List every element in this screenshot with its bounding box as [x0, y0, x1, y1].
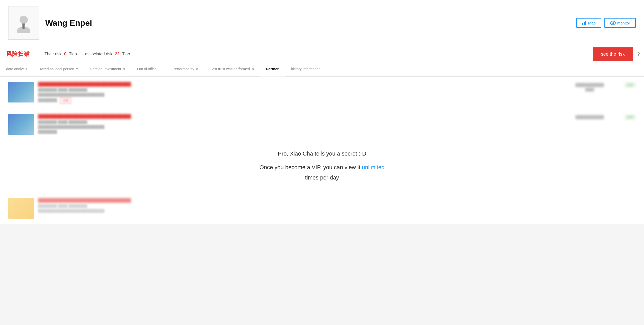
list-right-cols: ████████████ ████ 正常 [575, 82, 636, 91]
list-meta-2: ████████████████████████████ [38, 93, 571, 97]
tab-performed-by[interactable]: Performed by 0 [166, 62, 204, 76]
tab-foreign-investment[interactable]: Foreign Investment 9 [84, 62, 131, 76]
list-thumbnail [8, 198, 34, 219]
risk-info: Their risk 0 Tiao associated risk 22 Tia… [36, 48, 593, 61]
list-meta-1: ████████ ████ ████████ [38, 204, 636, 208]
list-meta-3: ████████ [38, 130, 57, 134]
tab-out-of-office[interactable]: Out of office 8 [131, 62, 166, 76]
vip-overlay: Pro, Xiao Cha tells you a secret :-D Onc… [0, 135, 644, 193]
map-button[interactable]: Map [576, 18, 601, 28]
person-name: Wang Enpei [45, 18, 92, 28]
svg-rect-4 [23, 25, 24, 29]
svg-rect-5 [582, 23, 583, 25]
list-content: ██████████████████████████████████ █████… [38, 82, 571, 104]
tabs-section: data analysis Acted as legal person 2 Fo… [0, 62, 644, 77]
risk-logo: 风险扫猫 [0, 46, 36, 62]
status-badge: 正常 [624, 82, 636, 88]
monitor-button[interactable]: monitor [604, 18, 636, 28]
bar-chart-icon [582, 21, 587, 25]
list-col-1: ████████████ ████ [575, 83, 604, 91]
list-col-2: 正常 [624, 83, 636, 87]
list-title: ██████████████████████████████████ [38, 82, 571, 86]
vip-secret-text: Pro, Xiao Cha tells you a secret :-D [5, 150, 639, 157]
profile-section: Wang Enpei Map monitor [0, 0, 644, 46]
logo-text: 风险扫猫 [6, 50, 30, 58]
status-badge: 正常 [624, 115, 636, 120]
svg-rect-7 [585, 21, 586, 25]
list-col-1: ████████████ [575, 115, 604, 119]
list-thumbnail [8, 82, 34, 102]
tab-data-analysis[interactable]: data analysis [0, 62, 33, 76]
list-content: ██████████████████████████████████ █████… [38, 114, 571, 135]
list-item: ██████████████████████████████████ █████… [0, 77, 644, 109]
list-content: ██████████████████████████████████ █████… [38, 198, 636, 214]
tab-lost-trust[interactable]: Lost trust was performed 0 [204, 62, 260, 76]
vip-cta-text: Once you become a VIP, you can view it u… [5, 162, 639, 183]
list-meta-2: ████████████████████████████ [38, 209, 636, 213]
tab-history-information[interactable]: history information [285, 62, 326, 76]
list-col-2: 正常 [624, 115, 636, 119]
see-risk-button[interactable]: see the risk [593, 47, 633, 61]
profile-actions: Map monitor [576, 18, 636, 28]
associated-risk-text: associated risk 22 Tiao [85, 52, 130, 56]
list-thumbnail [8, 114, 34, 135]
list-title: ██████████████████████████████████ [38, 198, 636, 202]
list-meta-3: ████████ [38, 98, 57, 102]
svg-rect-6 [584, 22, 585, 25]
list-meta-1: ████████ ████ ████████ [38, 120, 571, 124]
eye-icon [610, 21, 616, 25]
svg-point-0 [20, 16, 28, 24]
tab-acted-legal-person[interactable]: Acted as legal person 2 [33, 62, 84, 76]
tab-partner[interactable]: Partner [260, 62, 285, 76]
vip-unlimited-link[interactable]: unlimited [362, 164, 384, 170]
avatar [8, 6, 39, 40]
list-meta-1: ████████ ████ ████████ [38, 88, 571, 92]
content-area: ██████████████████████████████████ █████… [0, 77, 644, 224]
help-icon[interactable]: ? [633, 51, 644, 57]
profile-left: Wang Enpei [8, 6, 92, 40]
list-tag: 注销 [60, 98, 71, 104]
list-meta-2: ████████████████████████████ [38, 125, 571, 129]
their-risk-text: Their risk 0 Tiao [44, 52, 77, 56]
svg-point-9 [612, 22, 614, 24]
list-item: ██████████████████████████████████ █████… [0, 193, 644, 224]
list-title: ██████████████████████████████████ [38, 114, 571, 118]
risk-bar: 风险扫猫 Their risk 0 Tiao associated risk 2… [0, 46, 644, 62]
list-right-cols: ████████████ 正常 [575, 114, 636, 119]
svg-point-8 [610, 21, 615, 25]
